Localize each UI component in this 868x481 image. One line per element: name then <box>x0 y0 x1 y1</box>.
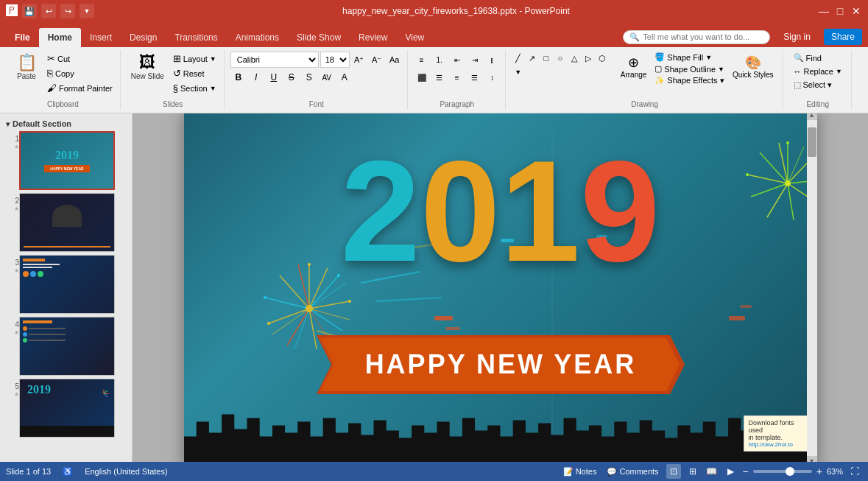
reset-button[interactable]: ↺ Reset <box>170 66 219 80</box>
zoom-slider[interactable] <box>753 470 812 473</box>
sign-in-button[interactable]: Sign in <box>776 29 818 45</box>
quick-styles-button[interactable]: 🎨 Quick Styles <box>728 52 778 82</box>
slide-item-1[interactable]: 1 ★ 2019 HAPPY NEW YEAR <box>3 130 129 192</box>
indent-less-btn[interactable]: ⇤ <box>449 52 465 68</box>
bullets-btn[interactable]: ≡ <box>414 52 430 68</box>
slide-4-title <box>23 320 52 323</box>
shape-outline-btn[interactable]: ▢ Shape Outline ▼ <box>652 63 727 74</box>
notes-label: Notes <box>576 467 597 476</box>
draw-rect-btn[interactable]: □ <box>540 52 553 65</box>
align-center-btn[interactable]: ☰ <box>431 69 448 85</box>
draw-oval-btn[interactable]: ○ <box>554 52 567 65</box>
close-btn[interactable]: ✕ <box>850 5 862 17</box>
fit-slide-btn[interactable]: ⛶ <box>847 464 862 479</box>
char-spacing-btn[interactable]: AV <box>319 69 335 85</box>
normal-view-btn[interactable]: ⊡ <box>666 464 681 479</box>
select-button[interactable]: ⬚ Select ▾ <box>789 79 847 91</box>
quick-save-btn[interactable]: 💾 <box>22 4 37 18</box>
underline-btn[interactable]: U <box>266 69 282 85</box>
columns-btn[interactable]: ⫿ <box>484 52 501 68</box>
row1 <box>23 326 111 331</box>
italic-btn[interactable]: I <box>248 69 264 85</box>
zoom-minus-btn[interactable]: − <box>743 466 749 477</box>
slide-1-thumbnail[interactable]: 2019 HAPPY NEW YEAR <box>19 131 115 190</box>
draw-more-btn[interactable]: ▼ <box>512 66 525 79</box>
shape-fill-btn[interactable]: 🪣 Shape Fill ▼ <box>652 52 727 63</box>
slide-sorter-btn[interactable]: ⊞ <box>685 464 700 479</box>
find-button[interactable]: 🔍 Find <box>789 52 847 64</box>
indent-more-btn[interactable]: ⇥ <box>467 52 483 68</box>
copy-button[interactable]: ⎘ Copy <box>44 66 116 80</box>
numbering-btn[interactable]: 1. <box>431 52 448 68</box>
draw-shape1-btn[interactable]: △ <box>568 52 581 65</box>
scroll-thumb[interactable] <box>808 127 816 157</box>
slideshow-btn[interactable]: ▶ <box>724 464 738 479</box>
select-label: Select ▾ <box>803 80 833 90</box>
strikethrough-btn[interactable]: S <box>283 69 300 85</box>
comments-button[interactable]: 💬 Comments <box>604 466 661 478</box>
tab-review[interactable]: Review <box>350 28 396 47</box>
format-painter-button[interactable]: 🖌 Format Painter <box>44 81 116 95</box>
customize-btn[interactable]: ▼ <box>80 4 94 18</box>
shape-effects-btn[interactable]: ✨ Shape Effects ▾ <box>652 75 727 86</box>
slide-item-5[interactable]: 5 ★ 2019 <box>3 377 129 439</box>
new-slide-button[interactable]: 🖼 New Slide <box>127 52 169 83</box>
section-toggle[interactable]: ▾ <box>6 120 10 128</box>
slide-3-thumbnail[interactable] <box>19 255 115 314</box>
scroll-down-btn[interactable]: ▼ <box>807 456 817 463</box>
section-button[interactable]: § Section ▼ <box>170 81 219 95</box>
draw-line-btn[interactable]: ╱ <box>512 52 525 65</box>
tell-me-input[interactable]: 🔍 <box>623 30 770 44</box>
draw-shape2-btn[interactable]: ▷ <box>582 52 595 65</box>
tab-home[interactable]: Home <box>39 28 81 47</box>
clear-format-btn[interactable]: Aa <box>387 52 403 68</box>
slide-item-3[interactable]: 3 ★ <box>3 253 129 315</box>
layout-button[interactable]: ⊞ Layout ▼ <box>170 52 219 66</box>
tab-slideshow[interactable]: Slide Show <box>288 28 350 47</box>
tooltip-link[interactable]: http://okw.2hot.to <box>749 441 805 448</box>
slide-4-thumbnail[interactable] <box>19 317 115 376</box>
canvas-area: 2 0 1 9 HAPPY NEW YEAR Download fonts us… <box>133 113 868 462</box>
tab-file[interactable]: File <box>6 28 39 47</box>
font-name-dropdown[interactable]: Calibri <box>230 52 319 68</box>
zoom-thumb[interactable] <box>786 467 794 476</box>
slide-panel-scroll[interactable]: ▾ Default Section 1 ★ 2019 HAPPY NEW YEA… <box>0 113 132 462</box>
slide-5-thumbnail[interactable]: 2019 <box>19 379 115 438</box>
tell-me-field[interactable] <box>643 32 753 41</box>
tab-animations[interactable]: Animations <box>227 28 288 47</box>
cut-button[interactable]: ✂ Cut <box>44 52 116 66</box>
minimize-btn[interactable]: — <box>818 5 830 17</box>
notes-button[interactable]: 📝 Notes <box>560 466 600 478</box>
replace-button[interactable]: ↔ Replace ▼ <box>789 66 847 77</box>
draw-shape3-btn[interactable]: ⬡ <box>596 52 609 65</box>
maximize-btn[interactable]: □ <box>834 5 846 17</box>
line-spacing-btn[interactable]: ↕ <box>484 69 501 85</box>
arrange-button[interactable]: ⊕ Arrange <box>616 52 652 82</box>
increase-font-btn[interactable]: A⁺ <box>351 52 367 68</box>
tab-insert[interactable]: Insert <box>81 28 121 47</box>
slide-2-thumbnail[interactable] <box>19 193 115 252</box>
slide-item-4[interactable]: 4 ★ <box>3 315 129 377</box>
justify-btn[interactable]: ☰ <box>467 69 483 85</box>
zoom-plus-btn[interactable]: + <box>816 466 822 477</box>
paste-button[interactable]: 📋 Paste <box>10 52 43 83</box>
shadow-btn[interactable]: S <box>301 69 317 85</box>
reading-view-btn[interactable]: 📖 <box>705 464 719 479</box>
font-size-dropdown[interactable]: 18 <box>320 52 350 68</box>
font-color-btn[interactable]: A <box>336 69 353 85</box>
line <box>29 334 66 335</box>
slide-item-2[interactable]: 2 ★ <box>3 192 129 253</box>
bold-btn[interactable]: B <box>230 69 247 85</box>
tab-view[interactable]: View <box>396 28 433 47</box>
tab-transitions[interactable]: Transitions <box>166 28 226 47</box>
draw-arrow-btn[interactable]: ↗ <box>526 52 539 65</box>
decrease-font-btn[interactable]: A⁻ <box>369 52 385 68</box>
share-button[interactable]: Share <box>824 29 862 45</box>
undo-btn[interactable]: ↩ <box>41 4 56 18</box>
align-left-btn[interactable]: ⬛ <box>414 69 430 85</box>
tab-design[interactable]: Design <box>121 28 166 47</box>
scroll-up-btn[interactable]: ▲ <box>807 113 817 120</box>
align-right-btn[interactable]: ≡ <box>449 69 465 85</box>
accessibility-btn[interactable]: ♿ <box>60 466 76 478</box>
redo-btn[interactable]: ↪ <box>60 4 75 18</box>
